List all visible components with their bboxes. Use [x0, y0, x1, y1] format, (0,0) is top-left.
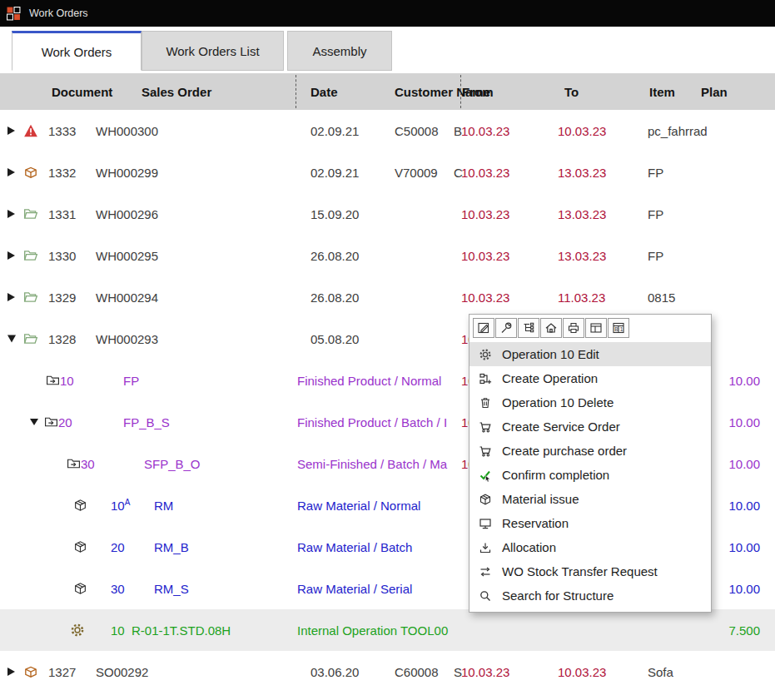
- column-split-line[interactable]: [296, 75, 296, 108]
- collapse-arrow-icon[interactable]: [7, 335, 16, 343]
- item-description: Raw Material / Normal: [297, 499, 420, 512]
- hierarchy-icon: [522, 321, 535, 335]
- gear-icon: [477, 347, 494, 362]
- resource-code: R-01-1T.STD.08H: [132, 624, 231, 637]
- header-to[interactable]: To: [564, 85, 579, 99]
- folder-icon: [67, 457, 81, 471]
- print-button[interactable]: [563, 318, 584, 338]
- operation-row[interactable]: 10 R-01-1T.STD.08H Internal Operation TO…: [0, 609, 775, 651]
- home-icon: [544, 321, 558, 335]
- header-document[interactable]: Document: [52, 85, 112, 99]
- window-titlebar: Work Orders: [0, 0, 775, 27]
- sales-order: WH000296: [96, 208, 158, 221]
- expand-arrow-icon[interactable]: [7, 210, 15, 218]
- menu-item-create-operation[interactable]: Create Operation: [469, 366, 711, 390]
- work-order-row[interactable]: 1330 WH000295 26.08.20 10.03.23 13.03.23…: [0, 235, 775, 276]
- monitor-icon: [477, 516, 494, 531]
- expand-arrow-icon[interactable]: [7, 168, 15, 176]
- context-menu-items: Operation 10 Edit Create Operation Opera…: [469, 340, 711, 612]
- folder-icon: [44, 415, 58, 429]
- allocation-icon: [477, 540, 494, 555]
- trash-icon: [477, 395, 494, 410]
- menu-item-create-service-order[interactable]: Create Service Order: [469, 415, 711, 439]
- package-icon: [73, 540, 87, 554]
- header-sales-order[interactable]: Sales Order: [142, 85, 211, 99]
- sales-order: WH000299: [96, 166, 158, 179]
- hierarchy-button[interactable]: [518, 318, 539, 338]
- edit-icon: [477, 321, 490, 335]
- line-number: 30: [81, 458, 95, 470]
- menu-item-wo-stock-transfer-request[interactable]: WO Stock Transfer Request: [469, 559, 711, 583]
- operation-description: Internal Operation TOOL00: [297, 624, 448, 637]
- menu-item-allocation[interactable]: Allocation: [469, 535, 711, 559]
- tab-assembly[interactable]: Assembly: [287, 31, 392, 71]
- work-order-row[interactable]: 1332 WH000299 02.09.21 V70009 C 10.03.23…: [0, 151, 775, 193]
- menu-item-reservation[interactable]: Reservation: [469, 511, 711, 535]
- menu-item-label: Allocation: [502, 540, 556, 554]
- document-number: 1327: [48, 666, 76, 678]
- work-order-row[interactable]: 1331 WH000296 15.09.20 10.03.23 13.03.23…: [0, 193, 775, 235]
- edit-button[interactable]: [473, 318, 494, 338]
- column-split-line[interactable]: [460, 75, 461, 108]
- planned-quantity: 7.500: [683, 624, 760, 637]
- gear-icon: [70, 623, 85, 638]
- wrench-icon: [499, 321, 513, 335]
- menu-item-operation-edit[interactable]: Operation 10 Edit: [469, 342, 711, 366]
- tab-bar: Work Orders Work Orders List Assembly: [0, 27, 775, 73]
- home-button[interactable]: [540, 318, 562, 338]
- expand-arrow-icon[interactable]: [7, 293, 15, 301]
- order-box-icon: [23, 165, 38, 180]
- work-order-row[interactable]: 1333 WH000300 02.09.21 C50008 B 10.03.23…: [0, 110, 775, 151]
- menu-item-label: Material issue: [502, 492, 579, 506]
- header-date[interactable]: Date: [310, 85, 338, 99]
- item-description: Finished Product / Normal: [297, 375, 441, 387]
- line-number: 10: [60, 375, 74, 387]
- work-order-row[interactable]: 1329 WH000294 26.08.20 10.03.23 11.03.23…: [0, 276, 775, 318]
- menu-item-label: Operation 10 Edit: [502, 347, 599, 361]
- line-number: 10: [111, 624, 125, 637]
- released-folder-icon: [23, 206, 38, 221]
- to-date: 13.03.23: [558, 208, 606, 221]
- tab-work-orders[interactable]: Work Orders: [12, 31, 142, 71]
- line-number: 30: [111, 583, 125, 595]
- header-plan[interactable]: Plan: [701, 85, 728, 99]
- expand-arrow-icon[interactable]: [7, 127, 15, 135]
- menu-item-label: Create Operation: [502, 371, 598, 385]
- menu-item-confirm-completion[interactable]: Confirm completion: [469, 463, 711, 487]
- item-code: RM: [154, 499, 173, 512]
- line-number-suffix: A: [125, 498, 131, 507]
- menu-item-label: Operation 10 Delete: [502, 395, 614, 410]
- menu-item-operation-delete[interactable]: Operation 10 Delete: [469, 390, 711, 415]
- cart-icon: [477, 420, 494, 434]
- tab-label: Work Orders: [42, 45, 112, 59]
- header-item[interactable]: Item: [649, 85, 675, 99]
- customer-code: C50008: [395, 125, 439, 137]
- layout-button[interactable]: [585, 318, 607, 338]
- item-code: FP: [648, 166, 663, 179]
- released-folder-icon: [23, 331, 38, 346]
- document-number: 1329: [48, 291, 76, 304]
- tab-work-orders-list[interactable]: Work Orders List: [142, 31, 284, 71]
- menu-item-create-purchase-order[interactable]: Create purchase order: [469, 439, 711, 463]
- expand-arrow-icon[interactable]: [7, 668, 15, 676]
- item-code: FP: [648, 250, 663, 262]
- to-date: 13.03.23: [558, 250, 606, 262]
- menu-item-material-issue[interactable]: Material issue: [469, 487, 711, 511]
- collapse-arrow-icon[interactable]: [30, 419, 38, 425]
- sales-order: SO00292: [96, 666, 148, 678]
- tools-button[interactable]: [495, 318, 517, 338]
- menu-item-label: Create purchase order: [502, 444, 627, 458]
- table-header: Document Sales Order Date Customer Name …: [0, 73, 775, 110]
- from-date: 10.03.23: [461, 208, 509, 221]
- line-number: 20: [111, 541, 125, 554]
- header-from[interactable]: From: [462, 85, 494, 99]
- item-code: pc_fahrrad: [648, 125, 708, 137]
- expand-arrow-icon[interactable]: [7, 251, 15, 260]
- item-code: FP: [123, 375, 139, 387]
- print-icon: [567, 321, 580, 335]
- b1-form-button[interactable]: [608, 318, 629, 338]
- menu-item-search-for-structure[interactable]: Search for Structure: [469, 583, 711, 608]
- item-description: Semi-Finished / Batch / Ma: [297, 458, 447, 470]
- work-order-row[interactable]: 1327 SO00292 03.06.20 C60008 S 10.03.23 …: [0, 651, 775, 693]
- date: 02.09.21: [310, 125, 359, 137]
